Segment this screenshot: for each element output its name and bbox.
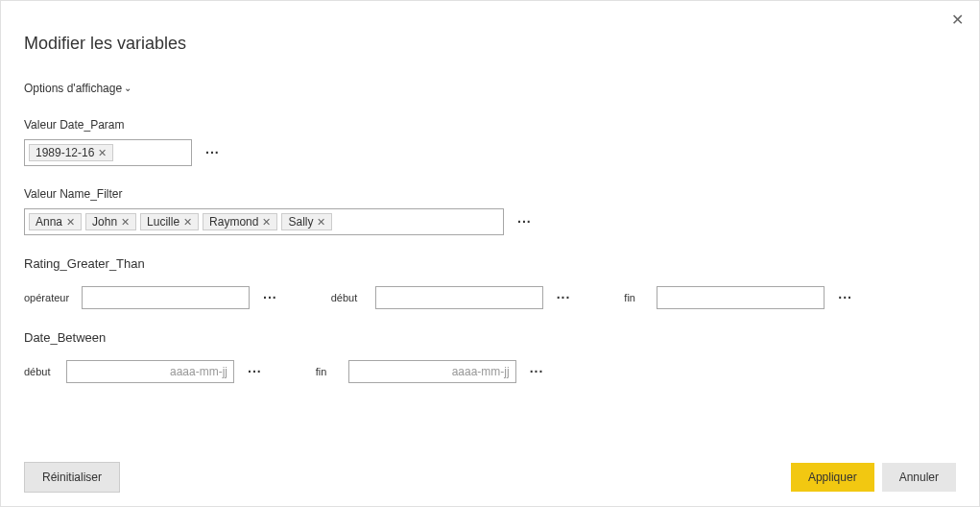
- rating-end-label: fin: [624, 292, 647, 303]
- remove-token-icon[interactable]: ✕: [262, 217, 271, 228]
- token-label: Raymond: [209, 215, 258, 229]
- name-filter-input[interactable]: Anna✕John✕Lucille✕Raymond✕Sally✕: [24, 208, 504, 235]
- date-between-label: Date_Between: [24, 330, 956, 345]
- remove-token-icon[interactable]: ✕: [66, 217, 75, 228]
- remove-token-icon[interactable]: ✕: [98, 148, 107, 158]
- name-filter-label: Valeur Name_Filter: [24, 187, 956, 201]
- name-filter-token: Raymond✕: [203, 213, 277, 230]
- operator-input[interactable]: [82, 286, 250, 309]
- token-label: John: [92, 215, 117, 229]
- name-filter-token: Sally✕: [281, 213, 332, 230]
- date-between-start-label: début: [24, 366, 57, 377]
- display-options-toggle[interactable]: Options d'affichage ⌄: [24, 82, 131, 95]
- rating-greater-label: Rating_Greater_Than: [24, 256, 956, 271]
- date-between-start-more-button[interactable]: ···: [244, 365, 266, 378]
- date-param-label: Valeur Date_Param: [24, 118, 956, 132]
- date-between-end-label: fin: [316, 366, 339, 377]
- remove-token-icon[interactable]: ✕: [121, 217, 130, 228]
- rating-end-more-button[interactable]: ···: [834, 291, 856, 304]
- date-param-token: 1989-12-16 ✕: [29, 144, 113, 161]
- close-button[interactable]: ✕: [947, 9, 968, 32]
- dialog-title: Modifier les variables: [24, 34, 956, 54]
- apply-button[interactable]: Appliquer: [791, 463, 874, 492]
- date-param-value: 1989-12-16: [36, 146, 94, 159]
- name-filter-token: Anna✕: [29, 213, 82, 230]
- close-icon: ✕: [951, 12, 964, 28]
- rating-start-input[interactable]: [375, 286, 543, 309]
- date-between-start-input[interactable]: [66, 360, 234, 383]
- dialog-footer: Réinitialiser Appliquer Annuler: [1, 450, 979, 506]
- remove-token-icon[interactable]: ✕: [317, 217, 325, 228]
- rating-start-label: début: [331, 292, 366, 303]
- token-label: Lucille: [147, 215, 179, 229]
- token-label: Anna: [36, 215, 62, 229]
- edit-variables-dialog: ✕ Modifier les variables Options d'affic…: [1, 1, 979, 506]
- operator-label: opérateur: [24, 292, 72, 303]
- cancel-button[interactable]: Annuler: [882, 463, 956, 492]
- name-filter-token: John✕: [85, 213, 136, 230]
- date-param-more-button[interactable]: ···: [202, 146, 224, 159]
- rating-start-more-button[interactable]: ···: [553, 291, 575, 304]
- date-between-end-more-button[interactable]: ···: [526, 365, 548, 378]
- name-filter-more-button[interactable]: ···: [514, 215, 536, 229]
- display-options-label: Options d'affichage: [24, 82, 122, 95]
- chevron-down-icon: ⌄: [124, 84, 131, 93]
- date-param-input[interactable]: 1989-12-16 ✕: [24, 139, 192, 166]
- reset-button[interactable]: Réinitialiser: [24, 462, 120, 493]
- name-filter-token: Lucille✕: [140, 213, 199, 230]
- operator-more-button[interactable]: ···: [259, 291, 281, 304]
- date-between-end-input[interactable]: [348, 360, 516, 383]
- remove-token-icon[interactable]: ✕: [183, 217, 192, 228]
- token-label: Sally: [288, 215, 313, 229]
- rating-end-input[interactable]: [657, 286, 825, 309]
